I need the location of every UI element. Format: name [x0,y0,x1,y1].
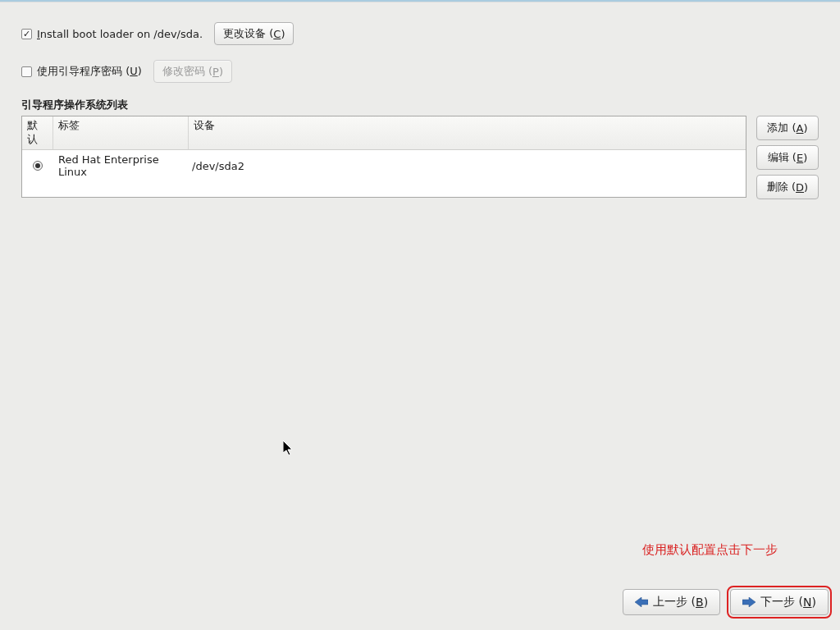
next-button[interactable]: 下一步 (N) [730,589,829,615]
row-device: /dev/sda2 [189,160,746,172]
col-label[interactable]: 标签 [53,116,189,149]
footer-nav: 上一步 (B) 下一步 (N) [623,589,829,615]
install-bootloader-checkbox[interactable] [21,29,32,39]
install-bootloader-label[interactable]: Install boot loader on /dev/sda. [37,28,203,40]
svg-marker-2 [283,441,292,455]
default-radio[interactable] [33,161,43,171]
delete-button[interactable]: 删除 (D) [756,175,819,199]
svg-marker-0 [635,597,648,607]
mouse-cursor-icon [283,441,294,459]
bootloader-password-row: 使用引导程序密码 (U) 修改密码 (P) [21,60,819,83]
os-table: 默认 标签 设备 Red Hat Enterprise Linux /dev/s… [21,116,746,198]
os-table-header: 默认 标签 设备 [22,116,746,150]
col-device[interactable]: 设备 [189,116,746,149]
os-list-area: 默认 标签 设备 Red Hat Enterprise Linux /dev/s… [21,116,819,199]
install-bootloader-row: Install boot loader on /dev/sda. 更改设备 (C… [21,22,819,45]
main-content: Install boot loader on /dev/sda. 更改设备 (C… [0,2,840,199]
os-list-title: 引导程序操作系统列表 [21,98,819,112]
table-row[interactable]: Red Hat Enterprise Linux /dev/sda2 [22,150,746,181]
arrow-right-icon [742,597,756,607]
bootloader-password-checkbox[interactable] [21,66,32,77]
bootloader-password-label[interactable]: 使用引导程序密码 (U) [37,64,142,79]
edit-button[interactable]: 编辑 (E) [756,145,819,170]
change-password-button: 修改密码 (P) [153,60,232,83]
change-device-button[interactable]: 更改设备 (C) [214,22,294,45]
row-label: Red Hat Enterprise Linux [53,153,189,178]
col-default[interactable]: 默认 [22,116,53,149]
arrow-left-icon [635,597,648,607]
svg-marker-1 [742,597,756,607]
helper-annotation: 使用默认配置点击下一步 [642,542,778,558]
add-button[interactable]: 添加 (A) [756,116,819,140]
side-buttons: 添加 (A) 编辑 (E) 删除 (D) [756,116,819,199]
back-button[interactable]: 上一步 (B) [623,589,720,615]
